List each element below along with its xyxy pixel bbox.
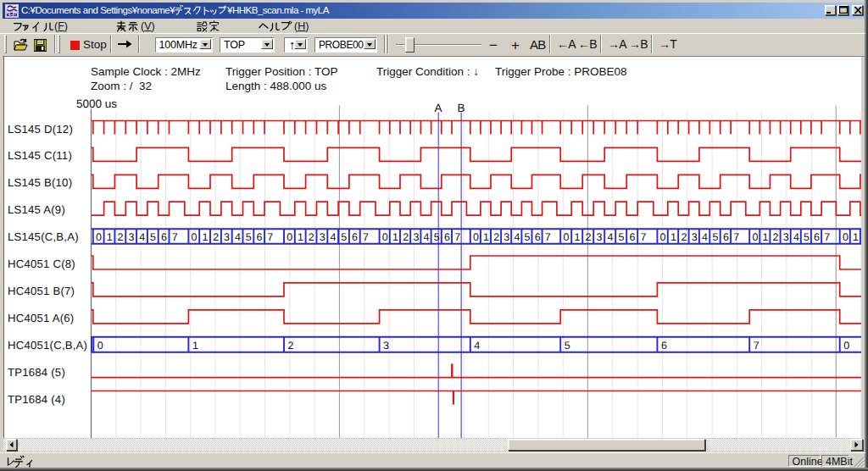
svg-text:A: A xyxy=(435,102,442,114)
svg-text:6: 6 xyxy=(444,231,450,243)
svg-text:6: 6 xyxy=(629,231,635,243)
svg-text:6: 6 xyxy=(814,231,820,243)
svg-text:5: 5 xyxy=(525,231,531,243)
svg-text:6: 6 xyxy=(661,340,667,352)
svg-text:1: 1 xyxy=(202,231,208,243)
svg-text:3: 3 xyxy=(224,231,230,243)
svg-text:4: 4 xyxy=(514,231,520,243)
svg-text:2: 2 xyxy=(288,340,294,352)
svg-text:0: 0 xyxy=(563,231,569,243)
svg-text:1: 1 xyxy=(392,231,398,243)
svg-text:7: 7 xyxy=(267,231,273,243)
svg-text:0: 0 xyxy=(192,231,198,243)
svg-text:4: 4 xyxy=(793,231,799,243)
svg-text:5: 5 xyxy=(150,231,156,243)
svg-text:0: 0 xyxy=(752,231,758,243)
svg-text:5: 5 xyxy=(804,231,810,243)
svg-text:6: 6 xyxy=(352,231,358,243)
svg-text:1: 1 xyxy=(574,231,580,243)
svg-text:2: 2 xyxy=(773,231,779,243)
svg-text:3: 3 xyxy=(320,231,326,243)
svg-text:1: 1 xyxy=(298,231,303,243)
svg-text:4: 4 xyxy=(235,231,241,243)
svg-text:0: 0 xyxy=(97,340,103,352)
svg-text:6: 6 xyxy=(257,231,263,243)
svg-text:1: 1 xyxy=(107,231,113,243)
svg-text:7: 7 xyxy=(824,231,830,243)
svg-text:0: 0 xyxy=(843,340,849,352)
svg-text:B: B xyxy=(458,102,465,114)
svg-text:2: 2 xyxy=(309,231,314,243)
svg-text:5: 5 xyxy=(341,231,347,243)
svg-text:5: 5 xyxy=(434,231,440,243)
svg-text:7: 7 xyxy=(172,231,178,243)
svg-text:LS145(C,B,A): LS145(C,B,A) xyxy=(8,230,79,243)
svg-text:3: 3 xyxy=(692,231,698,243)
svg-text:3: 3 xyxy=(504,231,509,243)
svg-text:1: 1 xyxy=(483,231,489,243)
svg-text:0: 0 xyxy=(660,231,666,243)
svg-text:5: 5 xyxy=(713,231,719,243)
svg-text:1: 1 xyxy=(853,231,859,243)
svg-text:4: 4 xyxy=(474,340,480,352)
svg-text:2: 2 xyxy=(585,231,591,243)
svg-text:7: 7 xyxy=(454,231,460,243)
svg-text:TP1684 (4): TP1684 (4) xyxy=(8,393,65,406)
svg-text:1: 1 xyxy=(670,231,676,243)
svg-text:5000 us: 5000 us xyxy=(76,97,117,110)
svg-text:7: 7 xyxy=(754,340,760,352)
svg-text:HC4051(C,B,A): HC4051(C,B,A) xyxy=(8,339,87,352)
svg-text:5: 5 xyxy=(565,340,570,352)
svg-text:6: 6 xyxy=(535,231,541,243)
svg-text:0: 0 xyxy=(473,231,479,243)
svg-text:0: 0 xyxy=(287,231,292,243)
svg-text:0: 0 xyxy=(382,231,388,243)
svg-text:7: 7 xyxy=(545,231,551,243)
svg-text:TP1684 (5): TP1684 (5) xyxy=(8,366,65,379)
svg-text:LS145 A(9): LS145 A(9) xyxy=(8,203,65,216)
svg-text:HC4051 B(7): HC4051 B(7) xyxy=(8,285,75,297)
svg-text:HC4051 A(6): HC4051 A(6) xyxy=(8,312,74,324)
svg-text:0: 0 xyxy=(843,231,849,243)
svg-text:LS145 B(10): LS145 B(10) xyxy=(8,176,72,189)
svg-text:2: 2 xyxy=(493,231,499,243)
svg-text:1: 1 xyxy=(192,340,198,352)
svg-text:5: 5 xyxy=(246,231,252,243)
svg-text:HC4051 C(8): HC4051 C(8) xyxy=(8,258,75,270)
svg-text:2: 2 xyxy=(118,231,124,243)
svg-text:LS145 D(12): LS145 D(12) xyxy=(8,123,73,136)
svg-text:6: 6 xyxy=(723,231,729,243)
svg-text:7: 7 xyxy=(640,231,646,243)
svg-text:5: 5 xyxy=(618,231,624,243)
svg-text:3: 3 xyxy=(783,231,789,243)
svg-text:4: 4 xyxy=(139,231,145,243)
svg-text:2: 2 xyxy=(681,231,687,243)
svg-text:7: 7 xyxy=(363,231,369,243)
svg-text:4: 4 xyxy=(331,231,337,243)
svg-text:2: 2 xyxy=(213,231,219,243)
svg-text:4: 4 xyxy=(607,231,613,243)
svg-text:3: 3 xyxy=(129,231,135,243)
svg-text:3: 3 xyxy=(383,340,389,352)
svg-text:LS145 C(11): LS145 C(11) xyxy=(8,149,72,162)
svg-text:4: 4 xyxy=(424,231,430,243)
svg-text:3: 3 xyxy=(413,231,419,243)
svg-text:3: 3 xyxy=(596,231,602,243)
svg-text:7: 7 xyxy=(733,231,739,243)
svg-text:6: 6 xyxy=(161,231,167,243)
svg-text:2: 2 xyxy=(403,231,409,243)
svg-text:1: 1 xyxy=(763,231,769,243)
svg-text:4: 4 xyxy=(702,231,708,243)
svg-text:0: 0 xyxy=(96,231,102,243)
